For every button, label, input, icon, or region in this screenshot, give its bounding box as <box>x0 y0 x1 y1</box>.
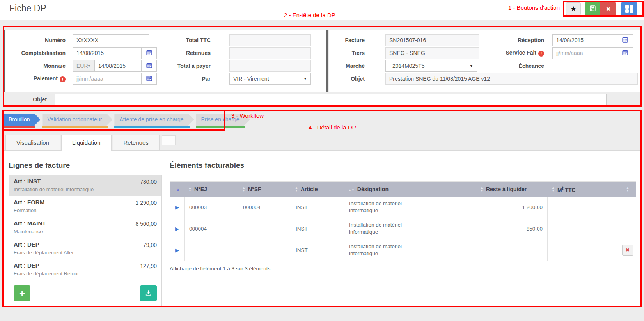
column-header-expand[interactable]: ▲ <box>170 182 185 197</box>
comptabilisation-label: Comptabilisation <box>8 50 66 56</box>
tab-liquidation[interactable]: Liquidation <box>61 135 112 151</box>
sort-icon: ▲▼ <box>480 186 483 192</box>
reception-label: Réception <box>483 37 544 43</box>
calendar-icon <box>622 50 628 57</box>
paiement-calendar-button[interactable] <box>142 73 157 85</box>
delete-icon: ✖ <box>626 247 630 253</box>
tiers-input <box>385 47 479 59</box>
field-row-comptabilisation: Comptabilisation <box>8 47 157 59</box>
reception-date-input[interactable] <box>552 34 617 46</box>
total-ttc-label: Total TTC <box>156 37 211 43</box>
column-header-designation[interactable]: ▲▼ Désignation <box>344 182 476 197</box>
field-row-numero: Numéro <box>8 34 157 46</box>
objet-marche-input <box>385 73 638 85</box>
list-item[interactable]: Art : INST Installation de matériel info… <box>9 175 161 196</box>
annotation-label-1: 1 - Boutons d'action <box>486 4 560 11</box>
invoice-lines-footer: + <box>9 280 161 306</box>
field-row-total-a-payer: Total à payer <box>156 60 311 72</box>
paiement-date-input[interactable] <box>73 73 142 85</box>
delete-row-button[interactable]: ✖ <box>622 245 633 256</box>
sort-icon: ▲▼ <box>242 186 245 192</box>
list-item[interactable]: Art : DEP Frais de déplacement Aller 79,… <box>9 238 161 259</box>
expand-row-icon[interactable]: ▶ <box>175 226 179 232</box>
reception-calendar-button[interactable] <box>617 34 633 46</box>
dropdown-caret-icon: ▼ <box>87 64 91 68</box>
annotation-label-3: 3 - Workflow <box>231 112 264 119</box>
column-header-mt-ttc[interactable]: ▲▼ Mt TTC <box>548 182 619 197</box>
column-header-actions[interactable]: ▲▼ <box>619 182 636 197</box>
column-header-sf[interactable]: ▲▼ N°SF <box>238 182 291 197</box>
marche-select[interactable]: 2014M025T5 ▼ <box>385 60 477 72</box>
column-header-ej[interactable]: ▲▼ N°EJ <box>185 182 238 197</box>
monnaie-calendar-button[interactable] <box>142 60 157 72</box>
sort-icon: ▲▼ <box>348 186 355 193</box>
expand-row-icon[interactable]: ▶ <box>175 204 179 210</box>
cancel-button[interactable]: ✖ <box>600 2 616 15</box>
sort-icon: ▲▼ <box>188 186 192 192</box>
workflow-step-underline <box>196 126 245 128</box>
total-a-payer-label: Total à payer <box>156 63 211 69</box>
service-fait-date-input[interactable] <box>552 47 617 59</box>
retenues-label: Retenues <box>156 50 211 56</box>
total-ttc-input <box>229 34 311 46</box>
calendar-icon <box>622 37 628 44</box>
expand-row-icon[interactable]: ▶ <box>175 247 179 253</box>
objet-marche-label: Objet <box>319 76 365 82</box>
grid-icon <box>625 5 633 13</box>
tab-retenues[interactable]: Retenues <box>113 135 160 150</box>
required-icon: ! <box>538 51 544 57</box>
field-row-monnaie: Monnaie EUR ▼ <box>8 60 157 72</box>
annotation-label-4: 4 - Détail de la DP <box>309 124 356 131</box>
required-icon: ! <box>60 76 66 82</box>
workflow-breadcrumb: Brouillon Validation ordonnateur Attente… <box>4 114 252 128</box>
currency-select[interactable]: EUR ▼ <box>73 60 95 72</box>
numero-label: Numéro <box>8 37 66 43</box>
comptabilisation-date-input[interactable] <box>73 47 142 59</box>
tab-visualisation[interactable]: Visualisation <box>5 135 60 150</box>
list-item[interactable]: Art : MAINT Maintenance 8 500,00 <box>9 217 161 238</box>
annotation-label-2: 2 - En-tête de la DP <box>284 12 335 18</box>
download-icon <box>145 289 152 298</box>
save-button[interactable] <box>585 2 600 15</box>
calendar-icon <box>146 62 152 69</box>
workflow-step-label: Validation ordonnateur <box>42 114 112 126</box>
add-line-button[interactable]: + <box>14 285 30 301</box>
sort-icon: ▲▼ <box>552 186 555 192</box>
payment-method-select[interactable]: VIR - Virement ▼ <box>229 73 311 85</box>
column-header-article[interactable]: ▲▼ Article <box>291 182 344 197</box>
objet-global-input[interactable] <box>55 94 607 105</box>
field-row-reception: Réception <box>483 34 633 46</box>
numero-input[interactable] <box>73 34 149 46</box>
star-icon: ★ <box>570 5 576 13</box>
save-icon <box>589 5 596 13</box>
tiers-label: Tiers <box>319 50 365 56</box>
comptabilisation-calendar-button[interactable] <box>142 47 157 59</box>
list-item[interactable]: Art : FORM Formation 1 290,00 <box>9 196 161 217</box>
paiement-label: Paiement! <box>8 75 66 83</box>
table-header-row: ▲ ▲▼ N°EJ ▲▼ N°SF ▲▼ Article ▲▼ Désignat… <box>170 182 636 197</box>
field-row-par: Par VIR - Virement ▼ <box>156 73 311 85</box>
column-header-reste[interactable]: ▲▼ Reste à liquider <box>476 182 548 197</box>
facture-input <box>385 34 479 46</box>
workflow-step-label: Attente de prise en charge <box>114 114 194 126</box>
favorite-button[interactable]: ★ <box>566 2 581 15</box>
detail-tab-bar: Visualisation Liquidation Retenues <box>4 135 640 151</box>
monnaie-date-input[interactable] <box>95 60 142 72</box>
table-pagination-info: Affichage de l'élément 1 à 3 sur 3 éléme… <box>170 266 270 271</box>
download-button[interactable] <box>140 285 157 301</box>
grid-menu-button[interactable] <box>621 2 637 15</box>
facture-label: Facture <box>319 37 365 43</box>
sort-icon: ▲▼ <box>295 186 298 192</box>
field-row-echeance: Échéance <box>483 60 633 72</box>
service-fait-calendar-button[interactable] <box>617 47 633 59</box>
billable-elements-title: Éléments facturables <box>170 161 244 170</box>
invoice-lines-title: Lignes de facture <box>9 161 70 170</box>
marche-label: Marché <box>319 63 365 69</box>
list-item[interactable]: Art : DEP Frais de déplacement Retour 12… <box>9 259 161 280</box>
par-label: Par <box>156 76 211 82</box>
invoice-lines-panel: Art : INST Installation de matériel info… <box>9 175 162 307</box>
workflow-step-validation-ordonnateur: Validation ordonnateur <box>42 114 112 128</box>
table-row: ▶ 000004 INST Installation de matériel i… <box>170 218 636 239</box>
sort-icon: ▲▼ <box>626 186 629 192</box>
calendar-icon <box>146 50 152 57</box>
